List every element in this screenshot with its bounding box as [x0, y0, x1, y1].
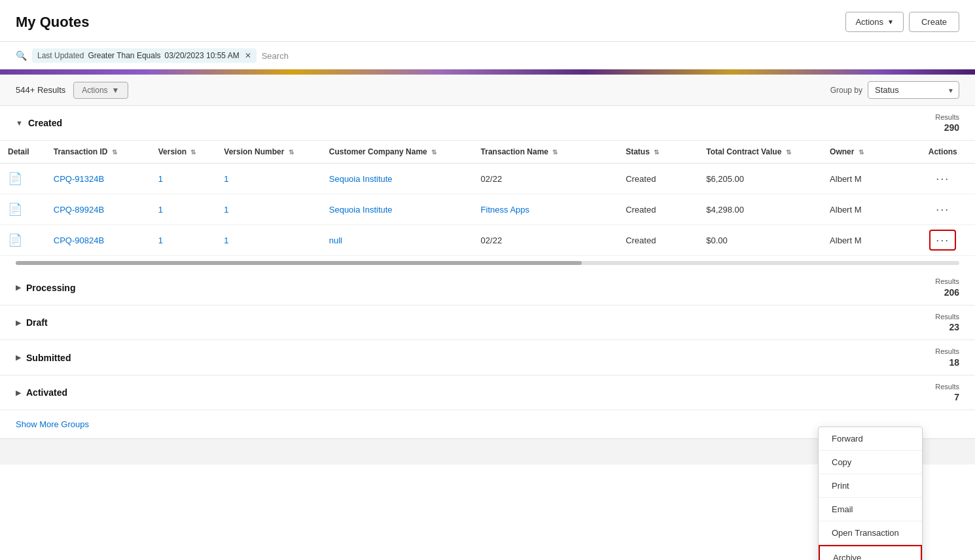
activated-group-toggle[interactable]: ▶ — [16, 389, 21, 397]
owner-sort-icon: ⇅ — [859, 149, 864, 156]
toolbar-actions-button[interactable]: Actions ▼ — [73, 82, 128, 99]
row3-status: Created — [618, 225, 698, 256]
row1-customer: Sequoia Institute — [321, 164, 473, 194]
customer-sort-icon: ⇅ — [431, 149, 436, 156]
row2-txn-name-link[interactable]: Fitness Apps — [481, 205, 529, 215]
row3-version-link[interactable]: 1 — [158, 236, 163, 245]
context-menu-email[interactable]: Email — [819, 498, 922, 521]
col-version-number[interactable]: Version Number ⇅ — [216, 141, 321, 164]
context-menu-archive-label: Archive — [833, 553, 861, 560]
activated-group: ▶ Activated Results 7 — [0, 376, 975, 410]
table-row: 📄 CPQ-89924B 1 1 Sequoia Institute — [0, 194, 975, 225]
row2-version-number-link[interactable]: 1 — [224, 205, 228, 215]
row3-customer-null[interactable]: null — [329, 236, 342, 245]
row1-version-number-link[interactable]: 1 — [224, 174, 228, 184]
row2-owner: Albert M — [822, 194, 910, 225]
row3-actions-button[interactable]: ··· — [929, 230, 956, 251]
created-results-label: Results — [935, 113, 959, 121]
create-button[interactable]: Create — [909, 12, 959, 32]
document-icon: 📄 — [8, 203, 22, 216]
chevron-down-icon: ▼ — [887, 18, 894, 26]
col-customer-company[interactable]: Customer Company Name ⇅ — [321, 141, 473, 164]
toolbar-actions-label: Actions — [82, 86, 107, 95]
search-icon: 🔍 — [16, 50, 27, 61]
row2-actions-button[interactable]: ··· — [936, 203, 949, 216]
row1-actions-button[interactable]: ··· — [936, 172, 949, 185]
col-owner[interactable]: Owner ⇅ — [822, 141, 910, 164]
row3-txn-name: 02/22 — [473, 225, 618, 256]
page-title: My Quotes — [16, 14, 89, 31]
row2-status: Created — [618, 194, 698, 225]
col-actions: Actions — [910, 141, 975, 164]
draft-group-name: Draft — [26, 317, 48, 328]
row2-txn-name: Fitness Apps — [473, 194, 618, 225]
filter-tag[interactable]: Last Updated Greater Than Equals 03/20/2… — [32, 48, 257, 63]
row3-txn-id-link[interactable]: CPQ-90824B — [54, 236, 104, 245]
filter-close-icon[interactable]: ✕ — [245, 51, 251, 60]
header-actions: Actions ▼ Create — [845, 12, 959, 32]
row1-txn-id-link[interactable]: CPQ-91324B — [54, 174, 104, 184]
row3-tcv: $0.00 — [698, 225, 822, 256]
row2-customer-link[interactable]: Sequoia Institute — [329, 205, 393, 215]
context-menu-print[interactable]: Print — [819, 474, 922, 498]
context-menu-email-label: Email — [832, 504, 853, 514]
data-table: Detail Transaction ID ⇅ Version ⇅ Versio… — [0, 141, 975, 256]
submitted-group-results: Results 18 — [935, 347, 959, 368]
created-group-toggle[interactable]: ▼ — [16, 119, 23, 127]
processing-results-count: 206 — [935, 287, 959, 298]
row3-version: 1 — [151, 225, 217, 256]
submitted-group-toggle[interactable]: ▶ — [16, 353, 21, 362]
created-results-count: 290 — [935, 122, 959, 133]
processing-group-toggle[interactable]: ▶ — [16, 283, 21, 292]
context-menu-open-transaction[interactable]: Open Transaction — [819, 521, 922, 545]
actions-button[interactable]: Actions ▼ — [845, 12, 904, 32]
draft-group: ▶ Draft Results 23 — [0, 306, 975, 340]
row3-version-number: 1 — [216, 225, 321, 256]
group-by-select-wrapper: Status Owner Customer Date — [868, 81, 959, 99]
horizontal-scrollbar[interactable] — [0, 256, 975, 270]
group-by-label: Group by — [830, 86, 862, 95]
search-placeholder: Search — [262, 51, 289, 61]
col-txn-id[interactable]: Transaction ID ⇅ — [46, 141, 151, 164]
row1-txn-id: CPQ-91324B — [46, 164, 151, 194]
txn-id-sort-icon: ⇅ — [112, 149, 117, 156]
col-version[interactable]: Version ⇅ — [151, 141, 217, 164]
draft-group-toggle[interactable]: ▶ — [16, 319, 21, 327]
scrollbar-track — [16, 261, 959, 265]
version-number-sort-icon: ⇅ — [289, 149, 294, 156]
col-txn-name[interactable]: Transaction Name ⇅ — [473, 141, 618, 164]
row1-customer-link[interactable]: Sequoia Institute — [329, 174, 393, 184]
decorative-stripe — [0, 69, 975, 75]
col-tcv[interactable]: Total Contract Value ⇅ — [698, 141, 822, 164]
row1-actions-cell: ··· — [910, 164, 975, 194]
row1-version-link[interactable]: 1 — [158, 174, 163, 184]
row3-version-number-link[interactable]: 1 — [224, 236, 228, 245]
row2-status-value: Created — [626, 205, 656, 215]
activated-results-count: 7 — [935, 391, 959, 403]
row2-txn-id-link[interactable]: CPQ-89924B — [54, 205, 104, 215]
created-group-header: ▼ Created Results 290 — [0, 106, 975, 141]
activated-results-label: Results — [935, 383, 959, 391]
row3-actions-cell: ··· — [910, 225, 975, 256]
row1-tcv: $6,205.00 — [698, 164, 822, 194]
table-area: ▼ Created Results 290 Detail Transaction… — [0, 106, 975, 438]
context-menu-archive[interactable]: Archive — [819, 545, 922, 560]
row2-customer: Sequoia Institute — [321, 194, 473, 225]
draft-group-results: Results 23 — [935, 312, 959, 333]
group-by-select[interactable]: Status Owner Customer Date — [868, 81, 959, 99]
row2-version-link[interactable]: 1 — [158, 205, 163, 215]
row2-actions-cell: ··· — [910, 194, 975, 225]
search-bar: 🔍 Last Updated Greater Than Equals 03/20… — [0, 42, 975, 69]
activated-group-name: Activated — [26, 387, 67, 398]
context-menu-forward-label: Forward — [832, 434, 863, 444]
context-menu-forward[interactable]: Forward — [819, 427, 922, 451]
show-more-groups-link[interactable]: Show More Groups — [16, 419, 89, 429]
context-menu-copy[interactable]: Copy — [819, 451, 922, 474]
status-sort-icon: ⇅ — [654, 149, 659, 156]
table-header-row: Detail Transaction ID ⇅ Version ⇅ Versio… — [0, 141, 975, 164]
toolbar-chevron-icon: ▼ — [112, 86, 120, 95]
col-status[interactable]: Status ⇅ — [618, 141, 698, 164]
results-count: 544+ Results — [16, 85, 65, 95]
document-icon: 📄 — [8, 172, 22, 185]
row3-txn-name-value: 02/22 — [481, 236, 503, 245]
